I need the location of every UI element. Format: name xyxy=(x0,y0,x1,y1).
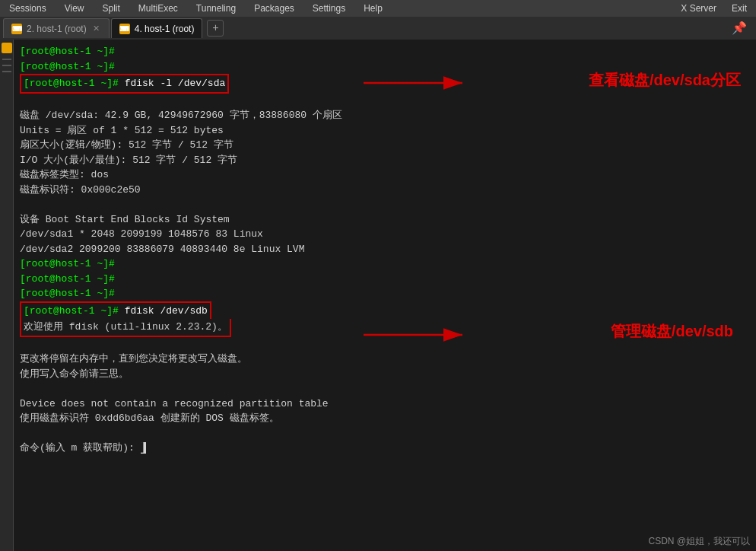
menu-view[interactable]: View xyxy=(62,3,87,14)
blank-4 xyxy=(20,381,750,397)
blank-3 xyxy=(20,337,750,352)
output-warning: 使用写入命令前请三思。 xyxy=(20,367,750,382)
terminal-line-1: [root@host-1 ~]# xyxy=(20,44,750,59)
main-layout: [root@host-1 ~]# [root@host-1 ~]# [root@… xyxy=(0,40,756,551)
output-no-partition: Device does not contain a recognized par… xyxy=(20,397,750,412)
output-4: I/O 大小(最小/最佳): 512 字节 / 512 字节 xyxy=(20,153,750,168)
terminal-content: [root@host-1 ~]# [root@host-1 ~]# [root@… xyxy=(20,44,750,456)
cmd-fdisk-sdb: [root@host-1 ~]# fdisk /dev/sdb xyxy=(20,301,211,320)
partition-sda2: /dev/sda2 2099200 83886079 40893440 8e L… xyxy=(20,242,750,257)
menu-sessions[interactable]: Sessions xyxy=(6,3,49,14)
blank-5 xyxy=(20,426,750,441)
sidebar-home-btn[interactable] xyxy=(2,43,12,53)
blank-2 xyxy=(20,197,750,212)
output-create-label: 使用磁盘标识符 0xdd6bd6aa 创建新的 DOS 磁盘标签。 xyxy=(20,411,750,426)
blank-1 xyxy=(20,94,750,109)
statusbar-text: CSDN @姐姐，我还可以 xyxy=(648,536,750,546)
menu-split[interactable]: Split xyxy=(100,3,123,14)
partition-sda1: /dev/sda1 * 2048 2099199 1048576 83 Linu… xyxy=(20,227,750,242)
sidebar-divider-3 xyxy=(2,71,11,72)
menu-xserver[interactable]: X Server xyxy=(678,3,719,14)
cmd-fdisk-l: [root@host-1 ~]# fdisk -l /dev/sda xyxy=(20,74,229,94)
output-3: 扇区大小(逻辑/物理): 512 字节 / 512 字节 xyxy=(20,138,750,153)
menu-exit[interactable]: Exit xyxy=(729,3,750,14)
tab-label-2: 4. host-1 (root) xyxy=(135,24,195,34)
menubar: Sessions View Split MultiExec Tunneling … xyxy=(0,0,756,17)
statusbar: CSDN @姐姐，我还可以 xyxy=(642,531,756,551)
terminal-line-p2: [root@host-1 ~]# xyxy=(20,272,750,287)
terminal-fdisk-sdb: [root@host-1 ~]# fdisk /dev/sdb xyxy=(20,301,750,320)
tab-close-1[interactable]: ✕ xyxy=(91,24,101,33)
terminal-line-2: [root@host-1 ~]# xyxy=(20,59,750,75)
output-6: 磁盘标识符: 0x000c2e50 xyxy=(20,183,750,198)
sidebar-divider-1 xyxy=(2,59,11,60)
tabbar: ⌨ 2. host-1 (root) ✕ ⌨ 4. host-1 (root) … xyxy=(0,17,756,40)
tab-host1-2[interactable]: ⌨ 2. host-1 (root) ✕ xyxy=(3,18,110,38)
menu-packages[interactable]: Packages xyxy=(251,3,297,14)
terminal-line-3: [root@host-1 ~]# fdisk -l /dev/sda xyxy=(20,74,750,94)
menu-tunneling[interactable]: Tunneling xyxy=(193,3,239,14)
terminal-line-p3: [root@host-1 ~]# xyxy=(20,286,750,301)
tab-icon-2: ⌨ xyxy=(119,24,130,34)
sidebar-divider-2 xyxy=(2,65,11,66)
tab-icon-1: ⌨ xyxy=(11,24,22,34)
menu-settings[interactable]: Settings xyxy=(310,3,348,14)
output-2: Units = 扇区 of 1 * 512 = 512 bytes xyxy=(20,123,750,139)
sidebar xyxy=(0,40,14,551)
menu-multiexec[interactable]: MultiExec xyxy=(135,3,181,14)
terminal-fdisk-sdb-2: 欢迎使用 fdisk (util-linux 2.23.2)。 xyxy=(20,319,750,337)
cmd-fdisk-welcome: 欢迎使用 fdisk (util-linux 2.23.2)。 xyxy=(20,319,231,337)
menu-help[interactable]: Help xyxy=(361,3,386,14)
output-1: 磁盘 /dev/sda: 42.9 GB, 42949672960 字节，838… xyxy=(20,108,750,123)
terminal-line-p1: [root@host-1 ~]# xyxy=(20,256,750,272)
output-cmd-prompt: 命令(输入 m 获取帮助): ▌ xyxy=(20,441,750,456)
pin-icon[interactable]: 📌 xyxy=(732,21,753,36)
output-change: 更改将停留在内存中，直到您决定将更改写入磁盘。 xyxy=(20,352,750,367)
tab-label-1: 2. host-1 (root) xyxy=(27,24,87,34)
tab-host1-4[interactable]: ⌨ 4. host-1 (root) xyxy=(111,18,203,38)
partition-table-header: 设备 Boot Start End Blocks Id System xyxy=(20,212,750,228)
new-tab-button[interactable]: + xyxy=(207,20,224,37)
output-5: 磁盘标签类型: dos xyxy=(20,167,750,183)
terminal-area[interactable]: [root@host-1 ~]# [root@host-1 ~]# [root@… xyxy=(14,40,756,551)
